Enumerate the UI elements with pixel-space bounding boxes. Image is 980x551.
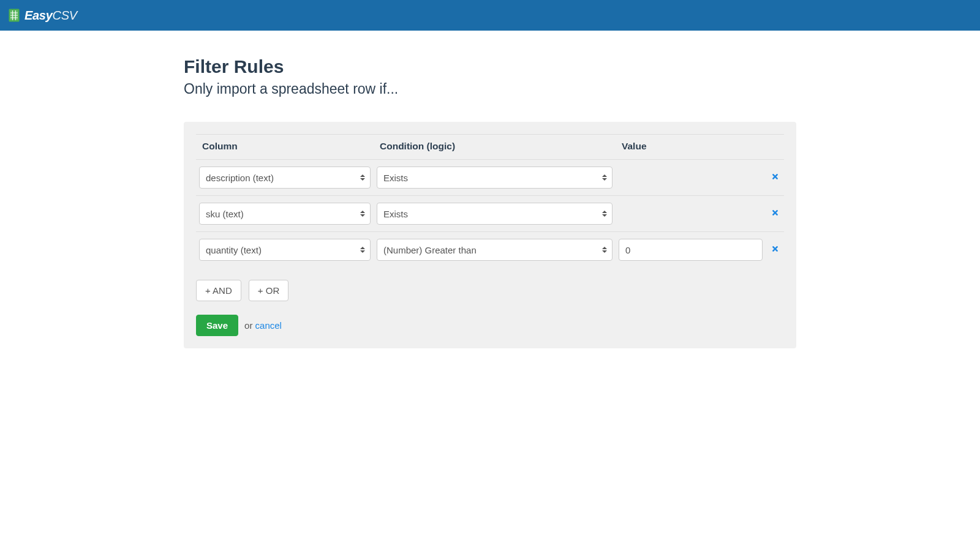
column-select[interactable]: description (text) [199,167,371,189]
condition-select[interactable]: (Number) Greater than [377,239,612,261]
rule-row: description (text) Exists [196,160,784,196]
app-header: EasyCSV [0,0,980,31]
logo-text-easy: Easy [24,9,53,22]
chevron-updown-icon [360,209,365,218]
page-subtitle: Only import a spreadsheet row if... [184,81,796,97]
rules-table: Column Condition (logic) Value descripti… [196,134,784,268]
rule-row: quantity (text) (Number) Greater than [196,232,784,268]
or-label: or [244,320,252,331]
column-header-action [766,135,784,160]
chevron-updown-icon [602,246,607,254]
form-actions: Save or cancel [196,315,784,336]
save-button[interactable]: Save [196,315,238,336]
column-select-value: sku (text) [206,209,244,219]
chevron-updown-icon [602,173,607,182]
chevron-updown-icon [360,246,365,254]
column-select[interactable]: quantity (text) [199,239,371,261]
chevron-updown-icon [360,173,365,182]
value-input[interactable] [619,239,763,261]
condition-select-value: Exists [383,173,408,183]
page-title: Filter Rules [184,56,796,77]
main-content: Filter Rules Only import a spreadsheet r… [184,31,796,348]
column-header-condition: Condition (logic) [374,135,616,160]
delete-rule-button[interactable] [771,173,779,181]
condition-select[interactable]: Exists [377,167,612,189]
delete-rule-button[interactable] [771,245,779,253]
add-rule-buttons: + AND + OR [196,280,784,301]
rule-row: sku (text) Exists [196,196,784,232]
condition-select[interactable]: Exists [377,203,612,225]
logo-text: EasyCSV [24,9,77,23]
column-select[interactable]: sku (text) [199,203,371,225]
condition-select-value: Exists [383,209,408,219]
close-icon [771,173,779,181]
logo[interactable]: EasyCSV [9,9,77,23]
cancel-link[interactable]: cancel [255,320,282,331]
logo-text-csv: CSV [53,9,77,22]
column-header-value: Value [616,135,766,160]
close-icon [771,245,779,253]
spreadsheet-icon [9,9,20,22]
add-or-button[interactable]: + OR [249,280,288,301]
delete-rule-button[interactable] [771,209,779,217]
column-select-value: description (text) [206,173,274,183]
chevron-updown-icon [602,209,607,218]
column-select-value: quantity (text) [206,245,262,255]
close-icon [771,209,779,217]
add-and-button[interactable]: + AND [196,280,241,301]
condition-select-value: (Number) Greater than [383,245,477,255]
or-cancel-text: or cancel [244,320,282,331]
filter-rules-panel: Column Condition (logic) Value descripti… [184,122,796,348]
column-header-column: Column [196,135,374,160]
